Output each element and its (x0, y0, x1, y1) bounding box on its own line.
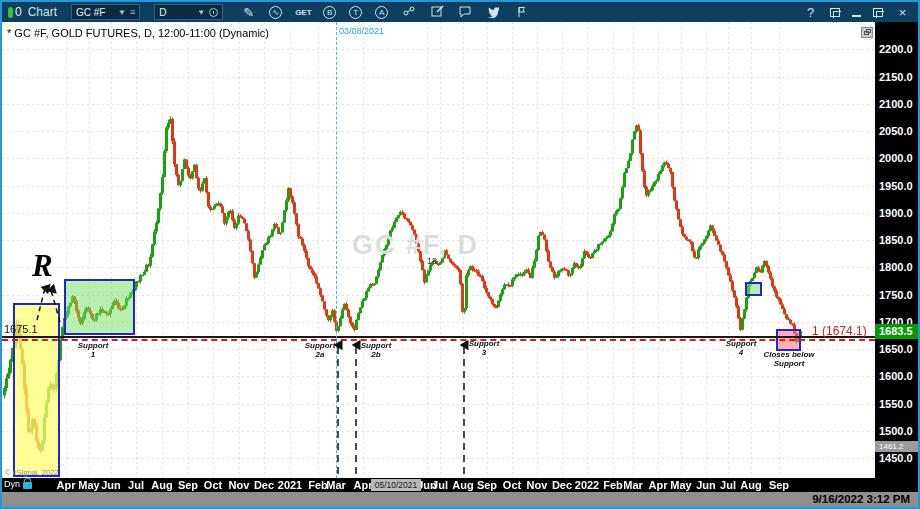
price-tick-label: 2000.0 (879, 152, 913, 164)
restore-button[interactable] (873, 8, 883, 17)
lock-icon (23, 482, 32, 489)
time-tick-label: Jul (720, 479, 736, 491)
price-tick-label: 1850.0 (879, 234, 913, 246)
support-trendline[interactable] (2, 336, 875, 338)
twitter-icon[interactable] (485, 4, 500, 21)
time-tick-label: Nov (229, 479, 250, 491)
cursor-date-top: 03/08/2021 (339, 26, 384, 36)
panel-layout-icon[interactable] (830, 8, 840, 17)
time-tick-label: Dec (254, 479, 274, 491)
chart-restore-icon[interactable] (861, 27, 873, 38)
app-title: Chart (28, 5, 57, 19)
price-tick-label: 2100.0 (879, 98, 913, 110)
symbol-dropdown[interactable]: GC #F ▼ ≡ (71, 4, 140, 20)
draw-pencil-icon[interactable]: ✎ (241, 5, 256, 20)
copyright-label: © eSignal, 2022 (5, 468, 58, 477)
retest-zone-box[interactable] (745, 282, 762, 296)
status-bar: 9/16/2022 3:12 PM (0, 492, 920, 507)
link-group-indicator[interactable]: 0 (8, 5, 22, 19)
interval-history-icon[interactable] (209, 8, 218, 17)
chat-bubble-icon[interactable] (457, 4, 472, 21)
price-tick-label: 1450.0 (879, 452, 913, 464)
time-tick-label: Feb (603, 479, 623, 491)
time-tick-label: Jul (128, 479, 144, 491)
window-border (0, 0, 920, 2)
help-button[interactable]: ? (803, 5, 818, 20)
time-tick-label: Aug (740, 479, 761, 491)
indicator-wave-icon[interactable]: ∿ (269, 6, 282, 19)
time-tick-label: Feb (308, 479, 328, 491)
resistance-r-label[interactable]: R (32, 248, 53, 284)
symbol-value: GC #F (76, 7, 114, 18)
price-tick-label: 1750.0 (879, 289, 913, 301)
time-tick-label: May (670, 479, 691, 491)
link-group-number: 0 (15, 5, 22, 19)
time-tick-label: Oct (503, 479, 521, 491)
time-tick-label: Sep (769, 479, 789, 491)
cursor-vertical-line (336, 22, 337, 478)
time-tick-label: Oct (204, 479, 222, 491)
time-tick-label: Jun (101, 479, 121, 491)
price-tick-label: 1950.0 (879, 180, 913, 192)
support-price-label: 1675.1 (4, 323, 38, 335)
dynamic-session-toggle[interactable]: Dyn (4, 479, 32, 489)
window-border (0, 0, 2, 509)
time-tick-label: Apr (649, 479, 668, 491)
link-icon[interactable] (401, 4, 416, 21)
support-2a-label[interactable]: Support 2a (302, 341, 338, 359)
chevron-down-icon[interactable]: ▼ (118, 8, 126, 17)
time-tick-label: 2022 (575, 479, 599, 491)
close-button[interactable]: × (895, 5, 910, 20)
time-tick-label: Apr (354, 479, 373, 491)
compose-note-icon[interactable] (429, 4, 444, 21)
last-price-badge: 1683.5 (875, 324, 918, 339)
low-marker-badge: 1461.2 (875, 441, 918, 452)
time-tick-label: May (78, 479, 99, 491)
alert-a-icon[interactable]: A (375, 6, 388, 19)
time-tick-label: Aug (151, 479, 172, 491)
support-1-label[interactable]: Support 1 (70, 341, 116, 359)
price-tick-label: 1550.0 (879, 398, 913, 410)
tool-t-icon[interactable]: T (349, 6, 362, 19)
time-tick-label: Sep (178, 479, 198, 491)
price-tick-label: 1900.0 (879, 207, 913, 219)
toolbar: 0 Chart GC #F ▼ ≡ D ▼ ✎ ∿ GET B T A (2, 2, 918, 22)
chart-window: 0 Chart GC #F ▼ ≡ D ▼ ✎ ∿ GET B T A (0, 0, 920, 509)
cursor-date-bottom: 05/10/2021 (371, 479, 421, 491)
chart-watermark: GC #F, D (352, 230, 479, 261)
link-group-icon (8, 7, 13, 18)
interval-value: D (159, 7, 193, 18)
interval-dropdown[interactable]: D ▼ (154, 4, 223, 20)
time-tick-label: Mar (326, 479, 346, 491)
support-2b-label[interactable]: Support 2b (358, 341, 394, 359)
time-tick-label: Dec (552, 479, 572, 491)
get-data-button[interactable]: GET (295, 8, 310, 17)
price-tick-label: 1800.0 (879, 261, 913, 273)
price-tick-label: 1650.0 (879, 343, 913, 355)
time-tick-label: 2021 (278, 479, 302, 491)
time-tick-label: Mar (623, 479, 643, 491)
price-tick-label: 1500.0 (879, 425, 913, 437)
price-tick-label: 2050.0 (879, 125, 913, 137)
time-axis[interactable]: Dyn 05/10/2021 AprMayJunJulAugSepOctNovD… (2, 478, 918, 492)
chevron-down-icon[interactable]: ▼ (197, 8, 205, 17)
support-3-label[interactable]: Support 3 (466, 339, 502, 357)
time-tick-label: Sep (477, 479, 497, 491)
time-tick-label: Jun (696, 479, 716, 491)
closes-below-support-label[interactable]: Closes below Support (756, 350, 822, 368)
alert-price-label: 1 (1674.1) (812, 324, 867, 338)
minimize-button[interactable] (852, 15, 861, 17)
facebook-flag-icon[interactable] (513, 4, 528, 21)
chart-title: * GC #F, GOLD FUTURES, D, 12:00-11:00 (D… (7, 27, 269, 39)
support-base-zone-box[interactable] (64, 279, 135, 335)
price-tick-label: 2150.0 (879, 71, 913, 83)
time-tick-label: Nov (527, 479, 548, 491)
partial-price-label: 18 (427, 256, 437, 266)
bar-type-b-icon[interactable]: B (323, 6, 336, 19)
price-axis[interactable]: 2200.02150.02100.02050.02000.01950.01900… (875, 22, 918, 478)
price-tick-label: 1600.0 (879, 370, 913, 382)
time-tick-label: Aug (452, 479, 473, 491)
price-tick-label: 2200.0 (879, 43, 913, 55)
time-tick-label: Jul (432, 479, 448, 491)
symbol-menu-icon[interactable]: ≡ (130, 7, 135, 17)
